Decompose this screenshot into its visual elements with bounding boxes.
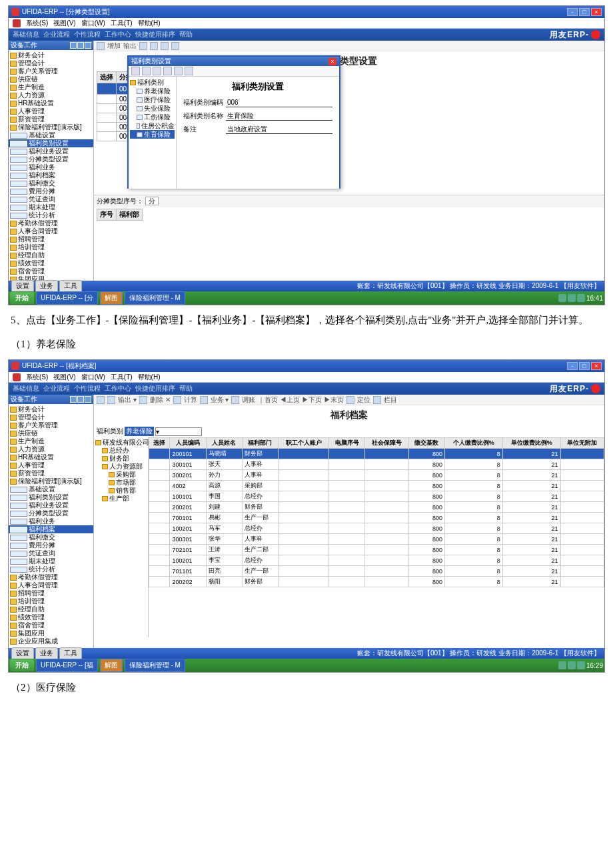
close-button[interactable]: × [591, 8, 602, 16]
taskbar-item[interactable]: 解图 [100, 659, 123, 672]
taskbar-item[interactable]: 保险福利管理 - M [125, 659, 185, 672]
dialog-tool-icon[interactable] [153, 67, 161, 75]
filter-select[interactable]: 养老保险 [125, 427, 154, 436]
dialog-tool-icon[interactable] [163, 67, 172, 75]
menu-system[interactable]: 系统(S) [26, 19, 48, 28]
menu-tools[interactable]: 工具(T) [111, 373, 133, 382]
toolbar-icon[interactable] [231, 396, 239, 404]
table-row[interactable]: 200101马晓晴財务部800821 [149, 449, 604, 459]
menu-view[interactable]: 视图(V) [53, 19, 75, 28]
minimize-button[interactable]: - [567, 362, 578, 370]
tool-personal[interactable]: 个性流程 [74, 384, 101, 393]
tab-setup[interactable]: 设置 [11, 647, 34, 659]
tree-hdr-btn[interactable] [85, 42, 91, 49]
maximize-button[interactable]: □ [579, 362, 590, 370]
tool-help[interactable]: 帮助 [179, 384, 193, 393]
table-row[interactable]: 702101王涛生产二部800821 [149, 545, 604, 555]
toolbar-icon[interactable] [97, 42, 105, 50]
toolbar-icon[interactable] [173, 396, 181, 404]
dialog-tree-root[interactable]: 福利类别 [130, 78, 175, 87]
table-row[interactable]: 100201马军总经办800821 [149, 523, 604, 534]
table-row[interactable]: 700101易彬生产一部800821 [149, 513, 604, 523]
tool-base[interactable]: 基础信息 [13, 30, 39, 39]
maximize-button[interactable]: □ [579, 8, 590, 16]
tree-hdr-btn[interactable] [77, 42, 84, 49]
tab-tools[interactable]: 工具 [59, 647, 82, 659]
dialog-tree-item[interactable]: 工伤保险 [130, 113, 175, 121]
start-button[interactable]: 开始 [10, 292, 34, 304]
menu-help[interactable]: 帮助(H) [138, 373, 161, 382]
tool-base[interactable]: 基础信息 [13, 384, 39, 393]
table-row[interactable]: 300301张华人事科800821 [149, 534, 604, 545]
toolbar-icon[interactable] [150, 42, 158, 50]
menu-system[interactable]: 系统(S) [26, 373, 48, 382]
tree-hdr-btn[interactable] [70, 42, 77, 49]
field-name-input[interactable] [226, 111, 332, 121]
table-row[interactable]: 200202杨阳财务部800821 [149, 577, 604, 587]
tool-enterprise[interactable]: 企业流程 [43, 384, 70, 393]
dialog-tool-icon[interactable] [131, 67, 140, 75]
tray-icon[interactable] [558, 661, 566, 669]
tree-hdr-btn[interactable] [70, 396, 77, 403]
taskbar-item[interactable]: UFIDA-ERP -- [分 [36, 291, 98, 305]
tree-item[interactable]: 企业应用集成 [9, 637, 93, 645]
start-button[interactable]: 开始 [10, 659, 34, 671]
tray-icon[interactable] [568, 661, 576, 669]
tray-icon[interactable] [577, 661, 585, 669]
table-row[interactable]: 300101张天人事科800821 [149, 459, 604, 470]
tool-workcenter[interactable]: 工作中心 [105, 384, 131, 393]
close-button[interactable]: × [591, 362, 602, 370]
dialog-tool-icon[interactable] [142, 67, 151, 75]
taskbar-item[interactable]: UFIDA-ERP -- [福 [36, 659, 98, 672]
dialog-tool-icon[interactable] [185, 67, 193, 75]
tray-icon[interactable] [558, 294, 566, 302]
dialog-tree-item[interactable]: 医疗保险 [130, 95, 175, 104]
tab-tools[interactable]: 工具 [59, 280, 82, 291]
table-row[interactable]: 300201孙力人事科800821 [149, 470, 604, 481]
table-row[interactable]: 200201刘建财务部800821 [149, 502, 604, 513]
menu-help[interactable]: 帮助(H) [138, 19, 161, 28]
tool-enterprise[interactable]: 企业流程 [43, 30, 70, 39]
tool-shortcut[interactable]: 快捷使用排序 [135, 30, 175, 39]
dept-item[interactable]: 生产部 [95, 495, 147, 503]
tool-workcenter[interactable]: 工作中心 [105, 30, 131, 39]
toolbar-icon[interactable] [346, 396, 354, 404]
tray-icon[interactable] [577, 294, 585, 302]
toolbar-icon[interactable] [161, 42, 169, 50]
table-row[interactable]: 100101李国总经办800821 [149, 491, 604, 502]
taskbar-item[interactable]: 保险福利管理 - M [125, 291, 185, 305]
toolbar-icon[interactable] [139, 42, 147, 50]
menu-tools[interactable]: 工具(T) [111, 19, 133, 28]
menu-window[interactable]: 窗口(W) [81, 19, 105, 28]
table-row[interactable]: 100201李宝总经办800821 [149, 555, 604, 566]
menu-view[interactable]: 视图(V) [53, 373, 75, 382]
dialog-tree-item[interactable]: 养老保险 [130, 87, 175, 95]
tree-hdr-btn[interactable] [85, 396, 91, 403]
table-row[interactable]: 701101田亮生产一部800821 [149, 566, 604, 577]
tab-setup[interactable]: 设置 [11, 280, 34, 291]
menu-window[interactable]: 窗口(W) [81, 373, 105, 382]
tab-business[interactable]: 业务 [35, 647, 58, 659]
toolbar-icon[interactable] [171, 42, 179, 50]
toolbar-icon[interactable] [107, 396, 115, 404]
toolbar-icon[interactable] [97, 396, 105, 404]
table-row[interactable]: 4002高源采购部800821 [149, 481, 604, 491]
tree-hdr-btn[interactable] [77, 396, 84, 403]
dialog-tree-item[interactable]: 生育保险 [130, 130, 175, 139]
toolbar-export[interactable]: 输出 [123, 41, 137, 51]
minimize-button[interactable]: - [567, 8, 578, 16]
tool-help[interactable]: 帮助 [179, 30, 193, 39]
dialog-tree-item[interactable]: 住房公积金 [130, 121, 175, 130]
field-remark-input[interactable] [226, 125, 332, 134]
toolbar-icon[interactable] [200, 396, 208, 404]
tool-personal[interactable]: 个性流程 [74, 30, 101, 39]
taskbar-item[interactable]: 解图 [100, 291, 123, 305]
toolbar-add[interactable]: 增加 [107, 41, 121, 51]
field-code-input[interactable] [226, 98, 332, 107]
dialog-tool-icon[interactable] [174, 67, 183, 75]
tray-icon[interactable] [568, 294, 576, 302]
toolbar-icon[interactable] [373, 396, 381, 404]
dialog-close-button[interactable]: × [328, 58, 336, 65]
tool-shortcut[interactable]: 快捷使用排序 [135, 384, 175, 393]
toolbar-icon[interactable] [139, 396, 147, 404]
